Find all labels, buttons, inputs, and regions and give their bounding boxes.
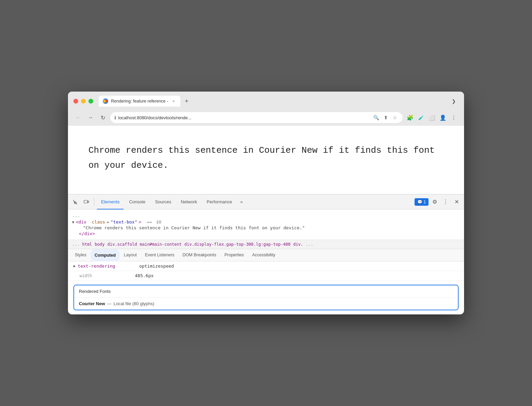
dom-equals: = xyxy=(107,219,109,225)
prop-name-width: width xyxy=(73,273,135,278)
svg-rect-3 xyxy=(88,201,89,203)
dom-element-row[interactable]: ▼ <div class = "text-box" > == $0 xyxy=(72,219,460,225)
dom-inner-text: "Chrome renders this sentence in Courier… xyxy=(83,225,305,230)
page-text: Chrome renders this sentence in Courier … xyxy=(88,143,444,173)
title-bar: Rendering: feature reference - × + ❯ xyxy=(68,92,464,110)
page-content: Chrome renders this sentence in Courier … xyxy=(68,126,464,194)
zoom-icon[interactable]: 🔍 xyxy=(372,114,380,121)
tab-properties[interactable]: Properties xyxy=(220,249,248,261)
profile-icon[interactable]: 👤 xyxy=(438,113,448,122)
devtools-settings-icon[interactable]: ⚙ xyxy=(430,197,439,207)
notifications-button[interactable]: 💬 1 xyxy=(415,198,429,206)
dom-closing-row: </div> xyxy=(72,230,460,237)
prop-text-rendering: ▶ text-rendering optimizespeed xyxy=(68,261,464,271)
dom-space xyxy=(88,219,90,225)
dom-dollar-zero: $0 xyxy=(156,219,162,225)
split-screen-icon[interactable]: ⬜ xyxy=(427,113,437,122)
rendered-font-item: Courier New — Local file (80 glyphs) xyxy=(74,298,458,310)
breadcrumb-main[interactable]: main#main-content xyxy=(140,242,182,247)
svg-rect-2 xyxy=(84,200,87,203)
address-bar: ← → ↻ ℹ localhost:8080/docs/devtools/ren… xyxy=(68,110,464,126)
profile-extension-icon[interactable]: 🧪 xyxy=(416,113,426,122)
info-icon: ℹ xyxy=(114,115,116,120)
minimize-traffic-light[interactable] xyxy=(81,99,86,104)
dom-ellipsis-row: ... xyxy=(72,212,460,219)
tab-overflow-chevron-icon[interactable]: ❯ xyxy=(449,97,459,105)
tab-close-button[interactable]: × xyxy=(171,98,176,104)
reload-button[interactable]: ↻ xyxy=(98,113,108,122)
back-button[interactable]: ← xyxy=(73,113,83,122)
reload-icon: ↻ xyxy=(101,114,105,121)
tab-network[interactable]: Network xyxy=(177,194,201,209)
breadcrumb-div-flex[interactable]: div.display-flex.gap-top-300.lg:gap-top-… xyxy=(184,242,291,247)
browser-window: Rendering: feature reference - × + ❯ ← →… xyxy=(68,92,464,314)
font-name: Courier New xyxy=(79,301,105,306)
tabs-row: Rendering: feature reference - × + ❯ xyxy=(99,96,459,107)
device-toolbar-icon[interactable] xyxy=(82,197,91,207)
dom-tag-close: > xyxy=(139,219,141,225)
address-icons: 🔍 ⬆ ☆ xyxy=(372,114,398,121)
dom-panel: ... ▼ <div class = "text-box" > == $0 "C… xyxy=(68,209,464,240)
toolbar-icons: 🧩 🧪 ⬜ 👤 ⋮ xyxy=(405,113,459,122)
forward-button[interactable]: → xyxy=(86,113,95,122)
breadcrumb-body[interactable]: body xyxy=(95,242,105,247)
dom-closing-tag: </div> xyxy=(79,231,95,236)
toolbar-separator xyxy=(94,198,94,206)
breadcrumb-html[interactable]: html xyxy=(82,242,92,247)
rendered-fonts-section: Rendered Fonts Courier New — Local file … xyxy=(73,285,459,310)
extensions-icon[interactable]: 🧩 xyxy=(405,113,415,122)
tab-styles[interactable]: Styles xyxy=(71,249,90,261)
dom-eq-sign: == xyxy=(144,219,155,225)
tab-layout[interactable]: Layout xyxy=(120,249,141,261)
bookmark-icon[interactable]: ☆ xyxy=(391,114,398,121)
devtools-toolbar: Elements Console Sources Network Perform… xyxy=(68,194,464,209)
tab-computed[interactable]: Computed xyxy=(90,249,120,261)
devtools-more-icon[interactable]: ⋮ xyxy=(441,197,450,207)
prop-expand-icon[interactable]: ▶ xyxy=(73,264,76,268)
tab-sources[interactable]: Sources xyxy=(151,194,176,209)
maximize-traffic-light[interactable] xyxy=(88,99,93,104)
more-tabs-button[interactable]: » xyxy=(238,199,246,204)
font-dash: — xyxy=(107,301,112,306)
breadcrumb-bar: ... html body div.scaffold main#main-con… xyxy=(68,240,464,249)
dom-ellipsis-label: ... xyxy=(72,213,80,218)
traffic-lights xyxy=(73,99,93,104)
menu-icon[interactable]: ⋮ xyxy=(449,113,459,122)
prop-name-text-rendering: text-rendering xyxy=(78,263,139,269)
address-input[interactable]: ℹ localhost:8080/docs/devtools/rende... … xyxy=(110,112,403,123)
dom-collapse-icon[interactable]: ▼ xyxy=(72,220,74,225)
tab-performance[interactable]: Performance xyxy=(202,194,236,209)
prop-value-width: 485.6px xyxy=(135,273,154,278)
dom-attr-class-name: class xyxy=(92,219,105,225)
breadcrumb-ellipsis: ... xyxy=(72,242,80,247)
prop-width: width 485.6px xyxy=(68,271,464,281)
tab-console[interactable]: Console xyxy=(125,194,150,209)
chrome-favicon-icon xyxy=(103,98,108,104)
new-tab-button[interactable]: + xyxy=(182,96,191,106)
rendered-fonts-header: Rendered Fonts xyxy=(74,285,458,298)
breadcrumb-more: ... xyxy=(306,242,313,247)
tab-event-listeners[interactable]: Event Listeners xyxy=(141,249,178,261)
dom-attr-class-value: "text-box" xyxy=(111,219,137,225)
back-icon: ← xyxy=(75,114,81,121)
active-tab[interactable]: Rendering: feature reference - × xyxy=(99,96,180,107)
tab-title: Rendering: feature reference - xyxy=(111,99,168,104)
share-icon[interactable]: ⬆ xyxy=(382,114,389,121)
dom-tag-open: <div xyxy=(76,219,86,225)
prop-value-text-rendering: optimizespeed xyxy=(139,263,174,269)
breadcrumb-div[interactable]: div. xyxy=(293,242,303,247)
dom-text-content: "Chrome renders this sentence in Courier… xyxy=(83,225,460,230)
computed-content: ▶ text-rendering optimizespeed width 485… xyxy=(68,261,464,310)
styles-tabs-bar: Styles Computed Layout Event Listeners D… xyxy=(68,249,464,261)
breadcrumb-scaffold[interactable]: div.scaffold xyxy=(108,242,137,247)
tab-dom-breakpoints[interactable]: DOM Breakpoints xyxy=(179,249,221,261)
devtools-close-icon[interactable]: ✕ xyxy=(452,197,461,207)
element-picker-icon[interactable] xyxy=(71,197,80,207)
tab-elements[interactable]: Elements xyxy=(97,194,124,209)
close-traffic-light[interactable] xyxy=(73,99,78,104)
address-text: localhost:8080/docs/devtools/rende... xyxy=(118,115,192,120)
tab-accessibility[interactable]: Accessibility xyxy=(248,249,279,261)
devtools-panel: Elements Console Sources Network Perform… xyxy=(68,194,464,310)
font-detail: Local file (80 glyphs) xyxy=(114,301,154,306)
forward-icon: → xyxy=(88,114,93,121)
